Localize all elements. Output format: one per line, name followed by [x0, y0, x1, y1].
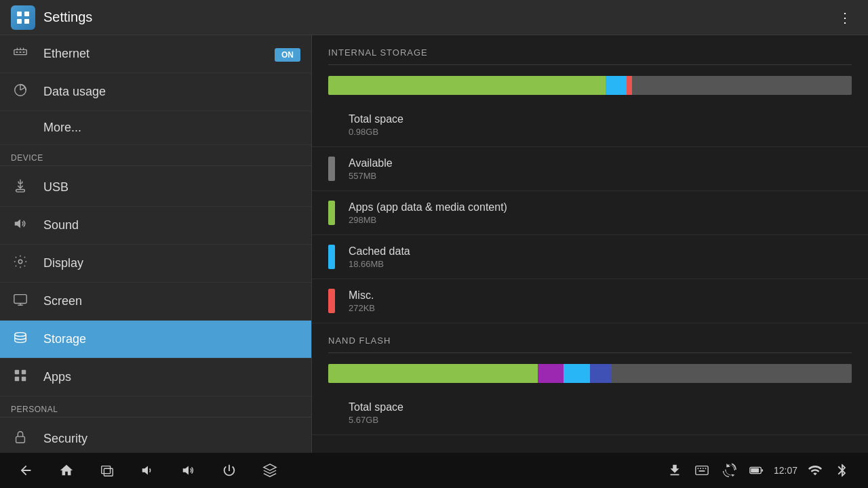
- title-text: Settings: [43, 9, 92, 25]
- svg-rect-0: [17, 12, 22, 16]
- misc-value: 272KB: [349, 303, 852, 313]
- sidebar-label-data-usage: Data usage: [43, 85, 106, 99]
- total-label: Total space: [349, 113, 852, 125]
- nand-total-label: Total space: [349, 401, 852, 413]
- svg-rect-6: [20, 52, 22, 53]
- security-icon: [11, 430, 30, 448]
- svg-line-13: [20, 87, 24, 90]
- ethernet-icon: [11, 45, 30, 63]
- display-icon: [11, 254, 30, 272]
- sidebar-label-screen: Screen: [43, 294, 82, 308]
- sidebar-item-screen[interactable]: Screen: [0, 283, 311, 321]
- svg-point-22: [15, 333, 26, 337]
- title-bar: Settings ⋮: [0, 0, 868, 35]
- device-section-label: DEVICE: [0, 145, 311, 165]
- time-display: 12:07: [774, 465, 797, 476]
- title-left: Settings: [11, 5, 92, 30]
- storage-row-apps: Apps (app data & media content) 298MB: [312, 191, 868, 235]
- sidebar-label-storage: Storage: [43, 332, 86, 346]
- recents-button[interactable]: [98, 461, 117, 480]
- apps-info: Apps (app data & media content) 298MB: [349, 201, 852, 225]
- nav-left: [16, 461, 279, 480]
- nand-bar-free: [611, 364, 852, 383]
- nav-right: 12:07: [665, 461, 852, 480]
- apps-color: [328, 201, 335, 225]
- wifi-icon: [806, 461, 825, 480]
- personal-section-label: PERSONAL: [0, 396, 311, 417]
- overflow-menu-icon[interactable]: ⋮: [833, 7, 857, 28]
- personal-divider: [0, 417, 311, 418]
- volume-down-button[interactable]: [138, 461, 157, 480]
- available-info: Available 557MB: [349, 157, 852, 181]
- sidebar-label-ethernet: Ethernet: [43, 47, 90, 61]
- app-icon: [11, 5, 35, 30]
- sidebar-item-usb[interactable]: USB: [0, 169, 311, 207]
- sidebar-item-display[interactable]: Display: [0, 245, 311, 283]
- bar-misc: [627, 76, 632, 95]
- apps-value: 298MB: [349, 215, 852, 225]
- sound-icon: [11, 216, 30, 235]
- sidebar-label-sound: Sound: [43, 218, 79, 232]
- layers-button[interactable]: [260, 461, 279, 480]
- ethernet-toggle[interactable]: ON: [275, 48, 300, 60]
- svg-marker-35: [142, 466, 148, 475]
- screen-rotation-icon: [719, 461, 738, 480]
- nand-flash-header: NAND FLASH: [312, 323, 868, 352]
- battery-icon: [747, 461, 766, 480]
- nand-bar-apps: [328, 364, 538, 383]
- sidebar-item-apps[interactable]: Apps: [0, 359, 311, 396]
- svg-rect-23: [15, 370, 19, 374]
- svg-rect-24: [22, 370, 26, 374]
- data-usage-icon: [11, 83, 30, 101]
- svg-marker-17: [15, 220, 20, 228]
- sidebar-label-display: Display: [43, 256, 83, 270]
- content-area: INTERNAL STORAGE Total space 0.98GB Avai…: [312, 35, 868, 453]
- storage-row-available: Available 557MB: [312, 147, 868, 191]
- svg-rect-25: [15, 377, 19, 381]
- nand-storage-bar: [328, 364, 852, 383]
- cached-color: [328, 245, 335, 269]
- apps-icon: [11, 368, 30, 386]
- bar-apps: [328, 76, 606, 95]
- sidebar-label-usb: USB: [43, 180, 68, 195]
- sidebar: Ethernet ON Data usage More... DEVICE: [0, 35, 312, 453]
- cached-info: Cached data 18.66MB: [349, 245, 852, 269]
- storage-icon: [11, 330, 30, 348]
- download-icon: [665, 461, 684, 480]
- home-button[interactable]: [57, 461, 76, 480]
- sidebar-label-apps: Apps: [43, 370, 71, 384]
- internal-storage-divider: [328, 64, 852, 65]
- volume-up-button[interactable]: [179, 461, 198, 480]
- back-button[interactable]: [16, 461, 35, 480]
- nand-bar-p4: [590, 364, 611, 383]
- sidebar-item-ethernet[interactable]: Ethernet ON: [0, 35, 311, 73]
- nand-total-info: Total space 5.67GB: [349, 401, 852, 425]
- nand-flash-divider: [328, 352, 852, 353]
- svg-rect-19: [14, 295, 26, 304]
- available-label: Available: [349, 157, 852, 169]
- internal-storage-header: INTERNAL STORAGE: [312, 35, 868, 64]
- power-button[interactable]: [220, 461, 239, 480]
- svg-marker-36: [183, 466, 189, 475]
- svg-rect-5: [16, 52, 18, 53]
- main-layout: Ethernet ON Data usage More... DEVICE: [0, 35, 868, 453]
- svg-rect-34: [104, 468, 113, 476]
- sidebar-item-storage[interactable]: Storage: [0, 321, 311, 359]
- svg-rect-1: [24, 12, 29, 16]
- bluetooth-icon: [833, 461, 852, 480]
- sidebar-label-security: Security: [43, 432, 87, 446]
- bar-free: [632, 76, 852, 95]
- device-divider: [0, 165, 311, 166]
- apps-label: Apps (app data & media content): [349, 201, 852, 214]
- sidebar-item-security[interactable]: Security: [0, 420, 311, 453]
- available-value: 557MB: [349, 171, 852, 181]
- bar-cached: [606, 76, 627, 95]
- sidebar-item-sound[interactable]: Sound: [0, 207, 311, 245]
- usb-icon: [11, 178, 30, 197]
- svg-rect-3: [24, 19, 29, 24]
- svg-rect-7: [23, 52, 25, 53]
- misc-info: Misc. 272KB: [349, 289, 852, 313]
- total-info: Total space 0.98GB: [349, 113, 852, 137]
- sidebar-item-more[interactable]: More...: [0, 111, 311, 145]
- sidebar-item-data-usage[interactable]: Data usage: [0, 73, 311, 111]
